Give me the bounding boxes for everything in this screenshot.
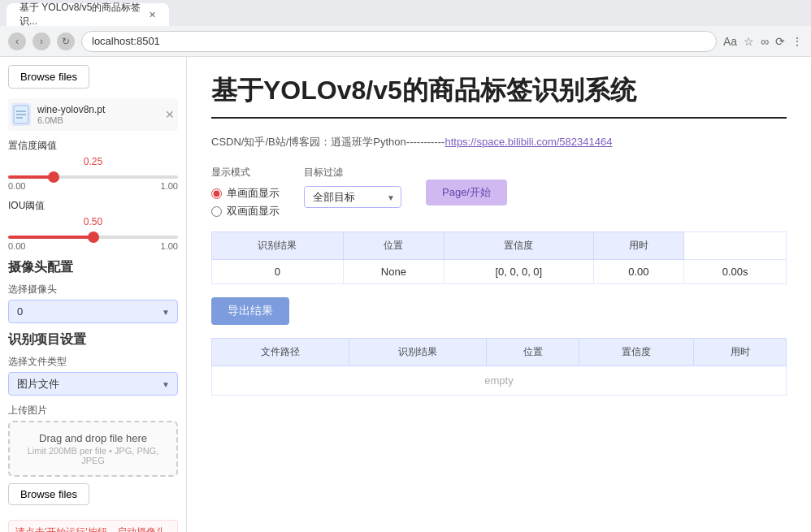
- bottom-table-body: empty: [212, 366, 787, 396]
- bottom-col-time: 用时: [694, 339, 787, 366]
- mode-single-option[interactable]: 单画面显示: [211, 186, 280, 201]
- mode-double-label: 双画面显示: [227, 204, 280, 218]
- target-filter-label: 目标过滤: [304, 166, 401, 179]
- reader-icon[interactable]: Aa: [723, 35, 737, 48]
- iou-value: 0.50: [8, 216, 178, 227]
- bookmark-icon[interactable]: ☆: [744, 35, 754, 48]
- file-info: wine-yolov8n.pt 6.0MB: [37, 104, 158, 125]
- bottom-table: 文件路径 识别结果 位置 置信度 用时 empty: [211, 338, 787, 396]
- file-type-select-wrap: 图片文件 视频文件: [8, 372, 178, 396]
- confidence-max: 1.00: [161, 181, 178, 191]
- row-col0: 0: [212, 260, 344, 284]
- limit-text: Limit 200MB per file • JPG, PNG, JPEG: [20, 446, 167, 465]
- subtitle-prefix: CSDN/知乎/B站/博客园：逍遥班学Python-----------: [211, 136, 445, 148]
- main-content: 基于YOLOv8/v5的商品标签识别系统 CSDN/知乎/B站/博客园：逍遥班学…: [187, 57, 811, 532]
- bottom-col-path: 文件路径: [212, 339, 349, 366]
- subtitle-link[interactable]: https://space.bilibili.com/582341464: [445, 136, 612, 148]
- row-col3: 0.00: [593, 260, 683, 284]
- mode-single-label: 单画面显示: [227, 186, 280, 201]
- target-filter-group: 目标过滤 全部目标: [304, 166, 401, 208]
- display-mode-group: 显示模式 单画面显示 双画面显示: [211, 166, 280, 218]
- drag-text: Drag and drop file here: [20, 432, 167, 444]
- upload-area[interactable]: Drag and drop file here Limit 200MB per …: [8, 421, 178, 477]
- col-confidence: 置信度: [445, 232, 594, 260]
- menu-icon[interactable]: ⋮: [791, 35, 803, 48]
- col-result: 识别结果: [212, 232, 344, 260]
- file-remove-button[interactable]: ✕: [165, 108, 175, 121]
- display-mode-label: 显示模式: [211, 166, 280, 179]
- confidence-label: 置信度阈值: [8, 139, 178, 153]
- sidebar: Browse files wine-yolov8n.pt 6.0MB ✕ 置信度…: [0, 57, 187, 532]
- bottom-empty-row: empty: [212, 366, 787, 396]
- radio-group: 单画面显示 双画面显示: [211, 186, 280, 218]
- col-position: 位置: [343, 232, 444, 260]
- row-col1: None: [343, 260, 444, 284]
- table-row: 0 None [0, 0, 0, 0] 0.00 0.00s: [212, 260, 787, 284]
- address-text: localhost:8501: [92, 35, 160, 47]
- bottom-empty-cell: empty: [212, 366, 787, 396]
- file-icon: [11, 103, 31, 126]
- results-table: 识别结果 位置 置信度 用时 0 None [0, 0, 0, 0] 0.00 …: [211, 231, 787, 284]
- tab-title: 基于 YOLOv8/v5的商品标签识...: [20, 1, 142, 28]
- row-col2: [0, 0, 0, 0]: [445, 260, 594, 284]
- row-col4: 0.00s: [684, 260, 787, 284]
- mode-double-option[interactable]: 双画面显示: [211, 204, 280, 218]
- bottom-header-row: 文件路径 识别结果 位置 置信度 用时: [212, 339, 787, 366]
- bottom-col-confidence: 置信度: [579, 339, 693, 366]
- browser-bar: ‹ › ↻ localhost:8501 Aa ☆ ∞ ⟳ ⋮: [0, 26, 811, 57]
- col-time: 用时: [593, 232, 683, 260]
- camera-section-title: 摄像头配置: [8, 259, 178, 276]
- iou-label: IOU阈值: [8, 199, 178, 213]
- tab-close-icon[interactable]: ✕: [149, 10, 156, 20]
- camera-select-label: 选择摄像头: [8, 283, 178, 296]
- target-select[interactable]: 全部目标: [304, 186, 401, 208]
- upload-label: 上传图片: [8, 404, 178, 417]
- forward-button[interactable]: ›: [33, 32, 50, 50]
- main-title: 基于YOLOv8/v5的商品标签识别系统: [211, 73, 787, 119]
- file-type-select[interactable]: 图片文件 视频文件: [8, 372, 178, 396]
- controls-row: 显示模式 单画面显示 双画面显示 目标过滤 全部目标: [211, 166, 787, 218]
- results-header-row: 识别结果 位置 置信度 用时: [212, 232, 787, 260]
- reload-button[interactable]: ↻: [57, 32, 75, 50]
- browse-files-button[interactable]: Browse files: [8, 483, 89, 505]
- camera-select-wrap: 0 1 2: [8, 300, 178, 323]
- tab-bar: 基于 YOLOv8/v5的商品标签识... ✕: [0, 0, 811, 26]
- file-item: wine-yolov8n.pt 6.0MB ✕: [8, 98, 178, 131]
- bottom-col-result: 识别结果: [349, 339, 487, 366]
- mode-double-radio[interactable]: [211, 206, 222, 217]
- status-message: 请点击'开始运行'按钮，启动摄像头检测！: [8, 520, 178, 532]
- active-tab[interactable]: 基于 YOLOv8/v5的商品标签识... ✕: [7, 3, 169, 26]
- confidence-slider-section: 置信度阈值 0.25 0.00 1.00: [8, 139, 178, 191]
- bottom-col-position: 位置: [487, 339, 579, 366]
- iou-slider[interactable]: [8, 236, 178, 239]
- iou-slider-section: IOU阈值 0.50 0.00 1.00: [8, 199, 178, 251]
- confidence-value: 0.25: [8, 156, 178, 167]
- confidence-slider[interactable]: [8, 175, 178, 179]
- confidence-min: 0.00: [8, 181, 25, 191]
- back-button[interactable]: ‹: [8, 32, 26, 50]
- identify-section-title: 识别项目设置: [8, 331, 178, 348]
- subtitle: CSDN/知乎/B站/博客园：逍遥班学Python-----------http…: [211, 135, 787, 149]
- file-size: 6.0MB: [37, 115, 158, 125]
- browse-files-top-button[interactable]: Browse files: [8, 65, 89, 89]
- page-start-button[interactable]: Page/开始: [426, 179, 507, 205]
- file-name: wine-yolov8n.pt: [37, 104, 158, 115]
- target-select-wrap: 全部目标: [304, 186, 401, 208]
- camera-select[interactable]: 0 1 2: [8, 300, 178, 323]
- mode-single-radio[interactable]: [211, 188, 222, 199]
- results-table-head: 识别结果 位置 置信度 用时: [212, 232, 787, 260]
- export-button[interactable]: 导出结果: [211, 297, 289, 325]
- refresh-icon[interactable]: ⟳: [775, 35, 785, 48]
- extensions-icon[interactable]: ∞: [761, 35, 769, 48]
- file-type-label: 选择文件类型: [8, 355, 178, 369]
- iou-min: 0.00: [8, 241, 25, 251]
- bottom-table-head: 文件路径 识别结果 位置 置信度 用时: [212, 339, 787, 366]
- address-bar[interactable]: localhost:8501: [81, 31, 717, 52]
- results-table-body: 0 None [0, 0, 0, 0] 0.00 0.00s: [212, 260, 787, 284]
- main-layout: Browse files wine-yolov8n.pt 6.0MB ✕ 置信度…: [0, 57, 811, 532]
- iou-max: 1.00: [161, 241, 178, 251]
